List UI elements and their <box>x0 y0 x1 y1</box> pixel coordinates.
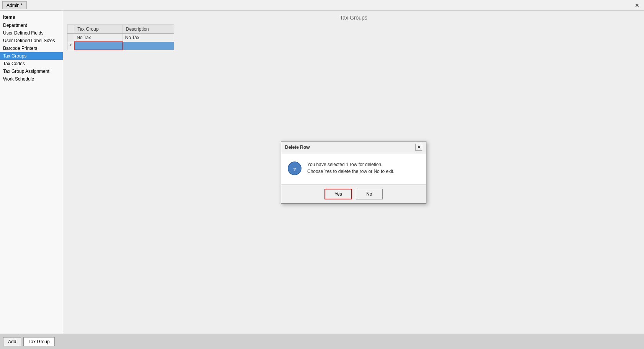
sidebar-item-tax-codes[interactable]: Tax Codes <box>0 60 63 67</box>
dialog-message-line2: Choose Yes to delete the row or No to ex… <box>307 168 394 175</box>
main-layout: Items Department User Defined Fields Use… <box>0 11 644 334</box>
sidebar-item-barcode-printers[interactable]: Barcode Printers <box>0 44 63 52</box>
window-close-button[interactable]: ✕ <box>633 2 642 9</box>
delete-row-dialog: Delete Row ✕ ? You have selected 1 row f… <box>281 141 426 204</box>
modal-overlay: Delete Row ✕ ? You have selected 1 row f… <box>63 11 644 334</box>
sidebar-item-work-schedule[interactable]: Work Schedule <box>0 75 63 83</box>
sidebar-item-user-defined-label-sizes[interactable]: User Defined Label Sizes <box>0 37 63 44</box>
dialog-message: You have selected 1 row for deletion. Ch… <box>307 161 394 175</box>
tax-group-label: Tax Group <box>23 337 54 346</box>
add-button[interactable]: Add <box>3 337 21 346</box>
dialog-question-icon: ? <box>287 161 302 177</box>
admin-tab[interactable]: Admin * <box>2 1 27 9</box>
content-area: Tax Groups Tax Group Description No Tax … <box>63 11 644 334</box>
dialog-footer: Yes No <box>281 184 426 203</box>
dialog-message-line1: You have selected 1 row for deletion. <box>307 161 394 168</box>
dialog-no-button[interactable]: No <box>356 189 383 199</box>
title-bar: Admin * ✕ <box>0 0 644 11</box>
dialog-body: ? You have selected 1 row for deletion. … <box>281 153 426 184</box>
svg-text:?: ? <box>293 167 296 171</box>
dialog-titlebar: Delete Row ✕ <box>281 142 426 153</box>
sidebar-header: Items <box>0 13 63 21</box>
dialog-close-button[interactable]: ✕ <box>415 144 422 151</box>
sidebar-item-tax-groups[interactable]: Tax Groups <box>0 52 63 60</box>
bottom-bar: Add Tax Group <box>0 334 644 349</box>
sidebar-item-user-defined-fields[interactable]: User Defined Fields <box>0 29 63 37</box>
sidebar-item-tax-group-assignment[interactable]: Tax Group Assignment <box>0 67 63 75</box>
sidebar: Items Department User Defined Fields Use… <box>0 11 63 334</box>
dialog-yes-button[interactable]: Yes <box>324 189 352 199</box>
dialog-title: Delete Row <box>285 145 310 150</box>
sidebar-item-department[interactable]: Department <box>0 21 63 29</box>
